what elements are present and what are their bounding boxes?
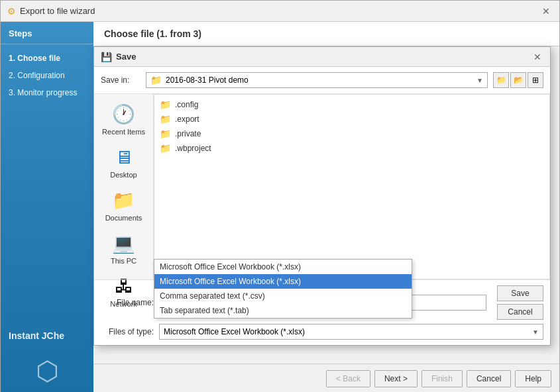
save-in-label: Save in: (101, 75, 140, 85)
filetype-dropdown[interactable]: Microsoft Office Excel Workbook (*.xlsx)… (159, 324, 543, 340)
cancel-button-wizard[interactable]: Cancel (467, 370, 511, 387)
file-area: 🕐 Recent Items 🖥 Desktop 📁 Documents (94, 94, 550, 279)
places-sidebar: 🕐 Recent Items 🖥 Desktop 📁 Documents (94, 94, 154, 279)
folder-name-wbproject: .wbproject (175, 144, 211, 153)
documents-icon: 📁 (112, 189, 135, 211)
toolbar-buttons: 📁 📂 ⊞ (493, 72, 543, 88)
folder-icon-export: 📁 (160, 114, 171, 124)
filetype-dropdown-arrow: ▼ (532, 328, 539, 336)
wizard-body: Steps 1. Choose file 2. Configuration 3.… (1, 22, 559, 392)
file-item-export[interactable]: 📁 .export (154, 112, 549, 126)
folder-icon: 📁 (150, 75, 162, 85)
step-item-2: 2. Configuration (1, 67, 93, 84)
finish-button[interactable]: Finish (421, 370, 463, 387)
filetype-row: Files of type: Microsoft Office Excel Wo… (101, 324, 543, 340)
current-folder-label: 2016-08-31 Pivot demo (166, 75, 249, 85)
instant-label: Instant JChe (1, 322, 93, 349)
folder-name-private: .private (175, 129, 201, 138)
place-item-recent[interactable]: 🕐 Recent Items (94, 99, 153, 140)
toolbar-btn-new-folder[interactable]: 📂 (510, 72, 526, 88)
file-item-private[interactable]: 📁 .private (154, 126, 549, 141)
main-content: Choose file (1. from 3) 💾 Save ✕ Save in… (93, 22, 559, 392)
hexagon-area: ⬡ (1, 349, 93, 392)
help-button[interactable]: Help (515, 370, 551, 387)
recent-items-icon: 🕐 (112, 103, 135, 125)
toolbar-btn-view[interactable]: ⊞ (528, 72, 543, 88)
hex-icon: ⬡ (36, 356, 59, 386)
place-item-thispc[interactable]: 💻 This PC (94, 228, 153, 269)
recent-items-label: Recent Items (102, 128, 145, 136)
wizard-close-button[interactable]: ✕ (539, 5, 553, 18)
save-dialog-titlebar: 💾 Save ✕ (94, 47, 550, 67)
main-body: 💾 Save ✕ Save in: 📁 2016-08-31 Pivot dem… (93, 46, 559, 364)
filetype-dropdown-open: Microsoft Office Excel Workbook (*.xlsx)… (154, 259, 412, 318)
step-item-1: 1. Choose file (1, 50, 93, 67)
steps-panel: Steps 1. Choose file 2. Configuration 3.… (1, 22, 93, 392)
cancel-button[interactable]: Cancel (497, 304, 543, 320)
thispc-label: This PC (111, 257, 137, 265)
wizard-bottom-bar: < Back Next > Finish Cancel Help (93, 364, 559, 392)
save-button[interactable]: Save (497, 285, 543, 301)
documents-label: Documents (105, 214, 142, 222)
file-item-wbproject[interactable]: 📁 .wbproject (154, 141, 549, 156)
wizard-window: ⚙ Export to file wizard ✕ Steps 1. Choos… (0, 0, 560, 392)
desktop-icon: 🖥 (115, 146, 133, 168)
filetype-value: Microsoft Office Excel Workbook (*.xlsx) (164, 327, 305, 336)
place-item-documents[interactable]: 📁 Documents (94, 185, 153, 226)
save-dialog-body: Save in: 📁 2016-08-31 Pivot demo ▼ 📁 📂 ⊞ (94, 67, 550, 345)
step-item-3: 3. Monitor progress (1, 84, 93, 101)
file-item-config[interactable]: 📁 .config (154, 97, 549, 112)
main-header: Choose file (1. from 3) (93, 22, 559, 46)
save-cancel-btns: Save Cancel (497, 285, 543, 320)
place-item-desktop[interactable]: 🖥 Desktop (94, 142, 153, 183)
dropdown-arrow-icon: ▼ (476, 77, 483, 84)
steps-header: Steps (1, 22, 93, 44)
steps-list: 1. Choose file 2. Configuration 3. Monit… (1, 44, 93, 322)
wizard-title: Export to file wizard (20, 6, 539, 16)
dropdown-option-xlsx-1[interactable]: Microsoft Office Excel Workbook (*.xlsx) (154, 260, 412, 274)
folder-icon-private: 📁 (160, 128, 171, 139)
wizard-title-icon: ⚙ (7, 6, 16, 17)
thispc-icon: 💻 (112, 232, 135, 254)
dropdown-option-csv[interactable]: Comma separated text (*.csv) (154, 289, 412, 303)
wizard-titlebar: ⚙ Export to file wizard ✕ (1, 1, 559, 22)
desktop-label: Desktop (110, 171, 137, 179)
folder-icon-config: 📁 (160, 99, 171, 110)
filetype-label: Files of type: (101, 327, 154, 336)
filename-label: File name: (101, 298, 154, 307)
file-form: Microsoft Office Excel Workbook (*.xlsx)… (94, 279, 550, 345)
folder-name-config: .config (175, 100, 198, 109)
folder-name-export: .export (175, 115, 199, 124)
save-in-row: Save in: 📁 2016-08-31 Pivot demo ▼ 📁 📂 ⊞ (94, 67, 550, 94)
dropdown-option-tab[interactable]: Tab separated text (*.tab) (154, 303, 412, 318)
next-button[interactable]: Next > (374, 370, 418, 387)
save-dialog-close-button[interactable]: ✕ (532, 51, 543, 63)
dropdown-option-xlsx-2[interactable]: Microsoft Office Excel Workbook (*.xlsx) (154, 274, 412, 289)
save-dialog-title: Save (116, 52, 532, 62)
toolbar-btn-folder-up[interactable]: 📁 (493, 72, 509, 88)
save-in-dropdown[interactable]: 📁 2016-08-31 Pivot demo ▼ (146, 72, 488, 88)
file-list: 📁 .config 📁 .export 📁 .private (154, 94, 550, 279)
back-button[interactable]: < Back (326, 370, 370, 387)
save-dialog: 💾 Save ✕ Save in: 📁 2016-08-31 Pivot dem… (93, 46, 551, 346)
save-dialog-icon: 💾 (101, 52, 112, 62)
folder-icon-wbproject: 📁 (160, 143, 171, 154)
